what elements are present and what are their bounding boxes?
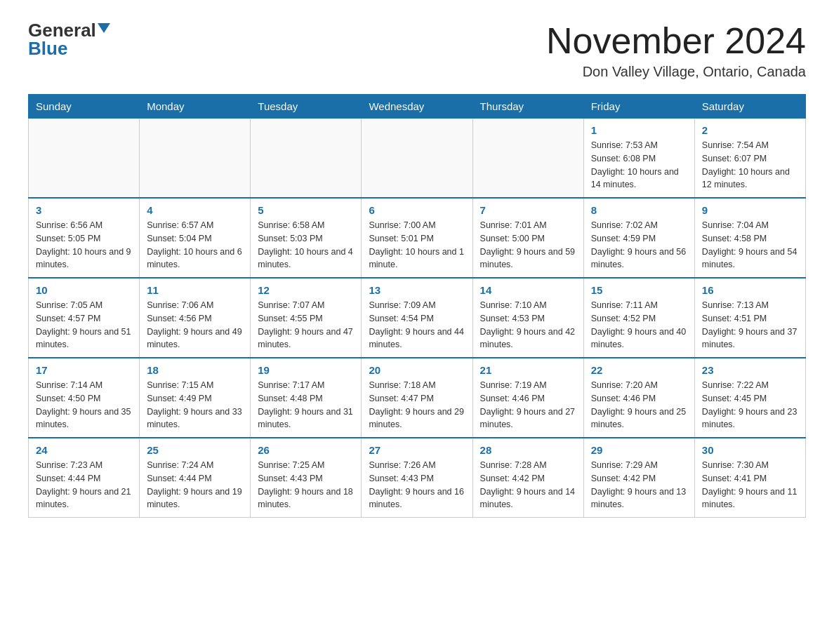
day-info: Sunrise: 6:58 AMSunset: 5:03 PMDaylight:…	[258, 219, 354, 271]
day-number: 20	[369, 364, 465, 376]
calendar-cell: 12Sunrise: 7:07 AMSunset: 4:55 PMDayligh…	[251, 278, 362, 358]
calendar-cell: 7Sunrise: 7:01 AMSunset: 5:00 PMDaylight…	[472, 198, 583, 278]
logo: General Blue	[28, 21, 110, 58]
calendar-cell: 15Sunrise: 7:11 AMSunset: 4:52 PMDayligh…	[583, 278, 694, 358]
day-number: 15	[591, 284, 687, 296]
day-number: 9	[702, 204, 798, 216]
logo-blue-text: Blue	[28, 39, 67, 58]
calendar-cell: 13Sunrise: 7:09 AMSunset: 4:54 PMDayligh…	[362, 278, 472, 358]
day-number: 4	[147, 204, 243, 216]
day-number: 13	[369, 284, 465, 296]
day-info: Sunrise: 7:20 AMSunset: 4:46 PMDaylight:…	[591, 379, 687, 431]
calendar-cell: 27Sunrise: 7:26 AMSunset: 4:43 PMDayligh…	[362, 438, 472, 518]
calendar-cell: 21Sunrise: 7:19 AMSunset: 4:46 PMDayligh…	[472, 358, 583, 438]
day-info: Sunrise: 7:14 AMSunset: 4:50 PMDaylight:…	[36, 379, 132, 431]
weekday-header-friday: Friday	[583, 95, 694, 119]
day-info: Sunrise: 7:05 AMSunset: 4:57 PMDaylight:…	[36, 299, 132, 351]
day-number: 17	[36, 364, 132, 376]
day-number: 18	[147, 364, 243, 376]
day-info: Sunrise: 7:18 AMSunset: 4:47 PMDaylight:…	[369, 379, 465, 431]
day-number: 23	[702, 364, 798, 376]
day-info: Sunrise: 7:07 AMSunset: 4:55 PMDaylight:…	[258, 299, 354, 351]
calendar-cell: 9Sunrise: 7:04 AMSunset: 4:58 PMDaylight…	[694, 198, 805, 278]
calendar-week-row: 1Sunrise: 7:53 AMSunset: 6:08 PMDaylight…	[29, 119, 806, 199]
calendar-cell: 11Sunrise: 7:06 AMSunset: 4:56 PMDayligh…	[140, 278, 251, 358]
calendar-cell: 19Sunrise: 7:17 AMSunset: 4:48 PMDayligh…	[251, 358, 362, 438]
calendar-cell: 14Sunrise: 7:10 AMSunset: 4:53 PMDayligh…	[472, 278, 583, 358]
calendar-cell: 29Sunrise: 7:29 AMSunset: 4:42 PMDayligh…	[583, 438, 694, 518]
logo-triangle-icon	[98, 23, 110, 33]
day-info: Sunrise: 7:22 AMSunset: 4:45 PMDaylight:…	[702, 379, 798, 431]
day-info: Sunrise: 7:06 AMSunset: 4:56 PMDaylight:…	[147, 299, 243, 351]
weekday-header-tuesday: Tuesday	[251, 95, 362, 119]
day-info: Sunrise: 7:11 AMSunset: 4:52 PMDaylight:…	[591, 299, 687, 351]
day-number: 12	[258, 284, 354, 296]
calendar-cell	[362, 119, 472, 199]
weekday-header-monday: Monday	[140, 95, 251, 119]
day-number: 27	[369, 444, 465, 456]
calendar-cell: 20Sunrise: 7:18 AMSunset: 4:47 PMDayligh…	[362, 358, 472, 438]
calendar-cell: 28Sunrise: 7:28 AMSunset: 4:42 PMDayligh…	[472, 438, 583, 518]
calendar-cell: 17Sunrise: 7:14 AMSunset: 4:50 PMDayligh…	[29, 358, 140, 438]
day-info: Sunrise: 7:30 AMSunset: 4:41 PMDaylight:…	[702, 459, 798, 511]
day-info: Sunrise: 7:19 AMSunset: 4:46 PMDaylight:…	[480, 379, 576, 431]
day-number: 3	[36, 204, 132, 216]
day-info: Sunrise: 7:04 AMSunset: 4:58 PMDaylight:…	[702, 219, 798, 271]
day-info: Sunrise: 7:29 AMSunset: 4:42 PMDaylight:…	[591, 459, 687, 511]
calendar-cell: 2Sunrise: 7:54 AMSunset: 6:07 PMDaylight…	[694, 119, 805, 199]
calendar-cell: 24Sunrise: 7:23 AMSunset: 4:44 PMDayligh…	[29, 438, 140, 518]
weekday-header-sunday: Sunday	[29, 95, 140, 119]
day-number: 6	[369, 204, 465, 216]
calendar-cell: 1Sunrise: 7:53 AMSunset: 6:08 PMDaylight…	[583, 119, 694, 199]
calendar-cell	[29, 119, 140, 199]
location-text: Don Valley Village, Ontario, Canada	[546, 64, 806, 80]
day-number: 11	[147, 284, 243, 296]
day-number: 19	[258, 364, 354, 376]
calendar-cell: 4Sunrise: 6:57 AMSunset: 5:04 PMDaylight…	[140, 198, 251, 278]
day-number: 22	[591, 364, 687, 376]
day-number: 1	[591, 124, 687, 136]
weekday-header-wednesday: Wednesday	[362, 95, 472, 119]
day-info: Sunrise: 7:28 AMSunset: 4:42 PMDaylight:…	[480, 459, 576, 511]
calendar-cell: 26Sunrise: 7:25 AMSunset: 4:43 PMDayligh…	[251, 438, 362, 518]
calendar-week-row: 17Sunrise: 7:14 AMSunset: 4:50 PMDayligh…	[29, 358, 806, 438]
calendar-cell: 5Sunrise: 6:58 AMSunset: 5:03 PMDaylight…	[251, 198, 362, 278]
day-number: 14	[480, 284, 576, 296]
day-info: Sunrise: 7:01 AMSunset: 5:00 PMDaylight:…	[480, 219, 576, 271]
day-info: Sunrise: 7:09 AMSunset: 4:54 PMDaylight:…	[369, 299, 465, 351]
day-number: 25	[147, 444, 243, 456]
day-number: 8	[591, 204, 687, 216]
calendar-cell	[472, 119, 583, 199]
day-info: Sunrise: 7:02 AMSunset: 4:59 PMDaylight:…	[591, 219, 687, 271]
day-info: Sunrise: 7:15 AMSunset: 4:49 PMDaylight:…	[147, 379, 243, 431]
day-number: 7	[480, 204, 576, 216]
day-info: Sunrise: 7:00 AMSunset: 5:01 PMDaylight:…	[369, 219, 465, 271]
calendar-cell: 25Sunrise: 7:24 AMSunset: 4:44 PMDayligh…	[140, 438, 251, 518]
calendar-cell	[140, 119, 251, 199]
day-info: Sunrise: 7:25 AMSunset: 4:43 PMDaylight:…	[258, 459, 354, 511]
day-number: 28	[480, 444, 576, 456]
day-number: 10	[36, 284, 132, 296]
title-block: November 2024 Don Valley Village, Ontari…	[546, 21, 806, 80]
calendar-cell: 23Sunrise: 7:22 AMSunset: 4:45 PMDayligh…	[694, 358, 805, 438]
calendar-cell: 18Sunrise: 7:15 AMSunset: 4:49 PMDayligh…	[140, 358, 251, 438]
calendar-cell: 22Sunrise: 7:20 AMSunset: 4:46 PMDayligh…	[583, 358, 694, 438]
day-info: Sunrise: 7:10 AMSunset: 4:53 PMDaylight:…	[480, 299, 576, 351]
month-title: November 2024	[546, 21, 806, 61]
calendar-cell: 16Sunrise: 7:13 AMSunset: 4:51 PMDayligh…	[694, 278, 805, 358]
day-info: Sunrise: 7:53 AMSunset: 6:08 PMDaylight:…	[591, 139, 687, 192]
calendar-cell: 3Sunrise: 6:56 AMSunset: 5:05 PMDaylight…	[29, 198, 140, 278]
day-info: Sunrise: 7:24 AMSunset: 4:44 PMDaylight:…	[147, 459, 243, 511]
day-number: 21	[480, 364, 576, 376]
day-number: 26	[258, 444, 354, 456]
day-info: Sunrise: 6:56 AMSunset: 5:05 PMDaylight:…	[36, 219, 132, 271]
day-info: Sunrise: 7:23 AMSunset: 4:44 PMDaylight:…	[36, 459, 132, 511]
calendar-cell: 6Sunrise: 7:00 AMSunset: 5:01 PMDaylight…	[362, 198, 472, 278]
day-info: Sunrise: 7:26 AMSunset: 4:43 PMDaylight:…	[369, 459, 465, 511]
day-info: Sunrise: 6:57 AMSunset: 5:04 PMDaylight:…	[147, 219, 243, 271]
weekday-header-thursday: Thursday	[472, 95, 583, 119]
calendar-cell: 10Sunrise: 7:05 AMSunset: 4:57 PMDayligh…	[29, 278, 140, 358]
day-number: 2	[702, 124, 798, 136]
weekday-header-saturday: Saturday	[694, 95, 805, 119]
page-header: General Blue November 2024 Don Valley Vi…	[28, 21, 806, 80]
